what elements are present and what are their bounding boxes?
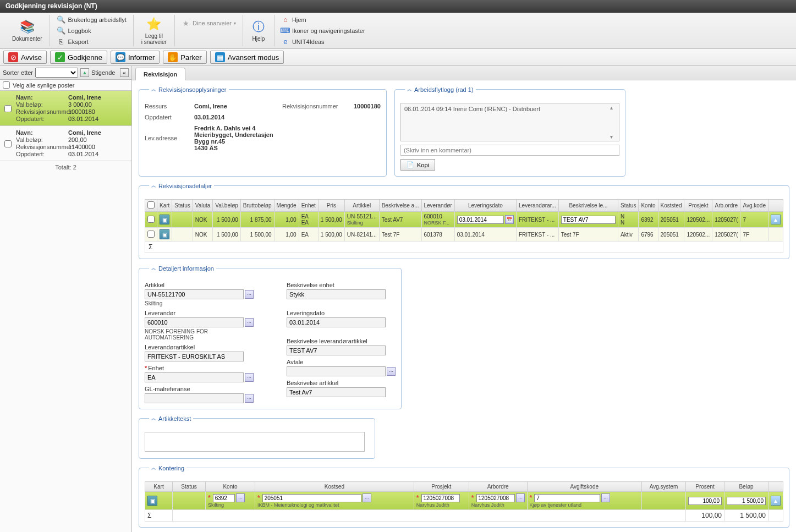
list-item[interactable]: Navn:Comi, Irene Val.beløp:200,00 Rekvis…: [0, 126, 131, 161]
calendar-icon[interactable]: 📅: [505, 215, 514, 224]
kostsed-input[interactable]: [262, 494, 361, 502]
item-checkbox[interactable]: [4, 95, 12, 122]
panel-logg: ︽Arbeidsflytlogg (rad 1) 06.01.2014 09:1…: [394, 86, 625, 177]
glmal-input[interactable]: [145, 393, 244, 403]
prosjekt-input[interactable]: [421, 494, 460, 502]
panel-detaljer: ︽Rekvisisjonsdetaljer Kart Status Valuta…: [139, 182, 789, 259]
table-row[interactable]: ▣ NOK 1 500,00 1 500,00 1,00 EA 1 500,00…: [145, 228, 783, 242]
ikoner-link[interactable]: ⌨Ikoner og navigeringstaster: [279, 26, 367, 36]
unit4ideas-link[interactable]: eUNIT4Ideas: [279, 37, 367, 47]
sort-direction-toggle[interactable]: ▲: [80, 68, 89, 77]
reject-icon: ⊘: [8, 52, 18, 62]
belevart-input[interactable]: [287, 345, 386, 355]
collapse-icon[interactable]: ︽: [407, 86, 412, 93]
sum-row: Σ 100,00 1 500,00: [145, 510, 783, 522]
parker-button[interactable]: ✋Parker: [163, 51, 206, 64]
collapse-icon[interactable]: ︽: [151, 464, 156, 471]
collapse-icon[interactable]: ︽: [151, 265, 156, 272]
panel-detaljert: ︽Detaljert informasjon Artikkel⋯Skilting…: [139, 265, 402, 409]
chevron-down-icon: ▾: [234, 21, 236, 26]
select-all-checkbox[interactable]: [3, 81, 10, 89]
lookup-icon[interactable]: ⋯: [516, 493, 525, 502]
lookup-icon[interactable]: ⋯: [245, 318, 254, 327]
inform-icon: 💬: [116, 52, 125, 62]
leveringsdato-input[interactable]: [457, 216, 504, 224]
lookup-icon[interactable]: ⋯: [245, 373, 254, 382]
avvise-button[interactable]: ⊘Avvise: [3, 51, 47, 64]
godkjenne-button[interactable]: ✓Godkjenne: [50, 51, 107, 64]
collapse-icon[interactable]: ︽: [151, 182, 156, 189]
home-icon: ⌂: [281, 15, 290, 24]
collapse-icon[interactable]: ︽: [151, 86, 156, 93]
lookup-icon[interactable]: ⋯: [245, 290, 254, 299]
prosent-input[interactable]: [688, 497, 722, 505]
eksport-link[interactable]: ⎘Eksport: [54, 37, 128, 47]
export-icon: ⎘: [57, 37, 65, 46]
lookup-icon[interactable]: ⋯: [236, 493, 245, 502]
item-checkbox[interactable]: [4, 130, 12, 157]
header-checkbox[interactable]: [147, 201, 155, 209]
belop-input[interactable]: [727, 497, 766, 505]
keyboard-icon: ⌨: [281, 26, 290, 35]
map-icon[interactable]: ▣: [160, 215, 169, 224]
arbordre-input[interactable]: [476, 494, 515, 502]
avgkode-input[interactable]: [534, 494, 600, 502]
hjem-link[interactable]: ⌂Hjem: [279, 15, 367, 25]
row-action-icon[interactable]: ▲: [771, 215, 781, 224]
artikkeltekst-textarea[interactable]: [145, 432, 365, 452]
leverandor-input[interactable]: [145, 317, 244, 327]
avansert-modus-button[interactable]: ▦Avansert modus: [210, 51, 284, 64]
sort-direction-label: Stigende: [91, 69, 115, 76]
informer-button[interactable]: 💬Informer: [111, 51, 160, 64]
books-icon: 📚: [19, 19, 35, 35]
levdato-input[interactable]: [287, 317, 386, 327]
avtale-input[interactable]: [287, 366, 386, 376]
window-title: Godkjenning rekvisisjon (NT): [6, 2, 97, 10]
collapse-icon[interactable]: ︽: [151, 415, 156, 422]
action-toolbar: ⊘Avvise ✓Godkjenne 💬Informer ✋Parker ▦Av…: [0, 49, 796, 66]
map-icon[interactable]: ▣: [160, 229, 169, 239]
kopi-button[interactable]: 📄Kopi: [400, 159, 435, 171]
dokumenter-button[interactable]: 📚 Dokumenter: [9, 18, 45, 43]
dine-snarveier-dropdown[interactable]: ★ Dine snarveier ▾: [179, 18, 238, 28]
beenh-input[interactable]: [287, 289, 386, 299]
lookup-icon[interactable]: ⋯: [363, 493, 371, 502]
select-all-row[interactable]: Velg alle synlige poster: [0, 80, 131, 91]
sidebar-collapse-button[interactable]: «: [120, 68, 129, 77]
info-icon: ⓘ: [251, 19, 266, 35]
table-row[interactable]: ▣ *⋯Skilting *⋯IKBM - Meieriteknologi og…: [145, 492, 783, 510]
scrollbar[interactable]: ▴▾: [610, 105, 618, 140]
list-item[interactable]: Navn:Comi, Irene Val.beløp:3 000,00 Rekv…: [0, 91, 131, 126]
artikkel-input[interactable]: [145, 289, 244, 299]
tab-rekvisisjon[interactable]: Rekvisisjon: [135, 68, 185, 80]
row-checkbox[interactable]: [147, 216, 155, 223]
workflow-log: 06.01.2014 09:14 Irene Comi (IRENC) - Di…: [400, 103, 619, 141]
beart-input[interactable]: [287, 387, 386, 397]
row-checkbox[interactable]: [147, 231, 155, 238]
hjelp-button[interactable]: ⓘ Hjelp: [248, 18, 270, 43]
search-icon: 🔍: [57, 26, 65, 35]
panel-artikkeltekst: ︽Artikkeltekst: [139, 415, 375, 459]
levart-input[interactable]: [145, 352, 244, 361]
brukerlogg-link[interactable]: 🔍Brukerlogg arbeidsflyt: [54, 15, 128, 25]
lookup-icon[interactable]: ⋯: [601, 493, 610, 502]
loggbok-link[interactable]: 🔍Loggbok: [54, 26, 128, 36]
comment-input[interactable]: [400, 145, 619, 156]
lookup-icon[interactable]: ⋯: [387, 367, 396, 376]
lookup-icon[interactable]: ⋯: [245, 394, 254, 403]
sort-bar: Sorter etter ▲ Stigende «: [0, 66, 131, 80]
map-icon[interactable]: ▣: [147, 496, 157, 506]
konto-input[interactable]: [213, 494, 235, 502]
table-row[interactable]: ▣ NOK 1 500,00 1 875,00 1,00 EAEA 1 500,…: [145, 212, 783, 228]
star-add-icon: ⭐: [146, 17, 162, 32]
enhet-input[interactable]: [145, 372, 244, 382]
grid-icon: ▦: [215, 52, 225, 62]
approve-icon: ✓: [55, 52, 65, 62]
row-action-icon[interactable]: ▲: [771, 496, 781, 506]
leggtil-snarveier-button[interactable]: ⭐ Legg til i snarveier: [138, 15, 170, 46]
enhet-label: *Enhet: [145, 365, 254, 371]
total-count: Totalt: 2: [0, 161, 131, 173]
sort-field-select[interactable]: [35, 68, 78, 78]
beskrivelse-lev-input[interactable]: [561, 216, 616, 224]
ie-icon: e: [281, 37, 290, 46]
